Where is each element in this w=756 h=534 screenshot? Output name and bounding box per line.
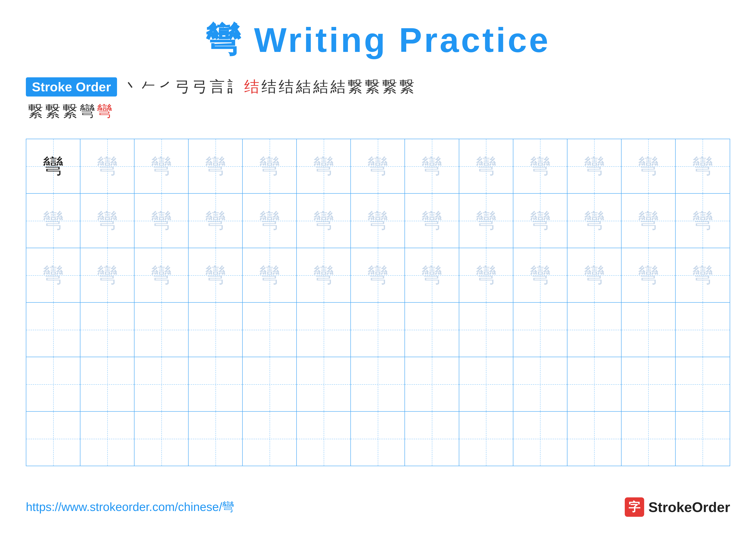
grid-cell-5-3[interactable] — [134, 357, 189, 411]
grid-cell-5-2[interactable] — [80, 357, 134, 411]
grid-cell-1-4[interactable]: 彎 — [189, 139, 243, 193]
grid-cell-4-3[interactable] — [134, 303, 189, 357]
stroke-9: 结 — [261, 77, 277, 97]
practice-char-guide: 彎 — [421, 156, 442, 176]
grid-cell-5-11[interactable] — [567, 357, 622, 411]
title-text: 彎 Writing Practice — [205, 21, 551, 59]
practice-char-guide: 彎 — [43, 265, 63, 285]
grid-cell-4-5[interactable] — [243, 303, 297, 357]
grid-cell-6-1[interactable] — [26, 412, 80, 466]
grid-cell-6-3[interactable] — [134, 412, 189, 466]
practice-char-guide: 彎 — [205, 211, 226, 231]
grid-cell-2-3[interactable]: 彎 — [134, 194, 189, 248]
grid-cell-3-12[interactable]: 彎 — [622, 248, 676, 302]
grid-cell-3-3[interactable]: 彎 — [134, 248, 189, 302]
grid-cell-1-7[interactable]: 彎 — [351, 139, 405, 193]
grid-cell-2-4[interactable]: 彎 — [189, 194, 243, 248]
grid-cell-2-8[interactable]: 彎 — [405, 194, 459, 248]
grid-cell-5-13[interactable] — [676, 357, 730, 411]
grid-cell-3-4[interactable]: 彎 — [189, 248, 243, 302]
practice-grid[interactable]: 彎 彎 彎 彎 彎 彎 彎 彎 彎 彎 彎 彎 彎 彎 彎 彎 彎 彎 彎 彎 … — [26, 139, 730, 466]
grid-cell-3-9[interactable]: 彎 — [459, 248, 513, 302]
grid-cell-2-12[interactable]: 彎 — [622, 194, 676, 248]
grid-cell-5-8[interactable] — [405, 357, 459, 411]
grid-cell-6-7[interactable] — [351, 412, 405, 466]
grid-cell-2-2[interactable]: 彎 — [80, 194, 134, 248]
practice-char-guide: 彎 — [313, 156, 334, 176]
grid-cell-2-13[interactable]: 彎 — [676, 194, 730, 248]
stroke-2: 𠂉 — [141, 78, 156, 95]
grid-cell-4-7[interactable] — [351, 303, 405, 357]
practice-char-guide: 彎 — [692, 265, 713, 285]
grid-cell-6-11[interactable] — [567, 412, 622, 466]
practice-char-guide: 彎 — [421, 265, 442, 285]
grid-cell-5-1[interactable] — [26, 357, 80, 411]
grid-cell-1-8[interactable]: 彎 — [405, 139, 459, 193]
grid-cell-2-1[interactable]: 彎 — [26, 194, 80, 248]
grid-cell-5-5[interactable] — [243, 357, 297, 411]
grid-cell-6-6[interactable] — [297, 412, 351, 466]
practice-char-guide: 彎 — [692, 211, 713, 231]
grid-cell-6-13[interactable] — [676, 412, 730, 466]
stroke-21: 彎 — [80, 101, 95, 121]
grid-row-1: 彎 彎 彎 彎 彎 彎 彎 彎 彎 彎 彎 彎 彎 — [26, 139, 730, 194]
grid-cell-6-2[interactable] — [80, 412, 134, 466]
grid-cell-2-7[interactable]: 彎 — [351, 194, 405, 248]
grid-cell-5-6[interactable] — [297, 357, 351, 411]
grid-cell-4-1[interactable] — [26, 303, 80, 357]
grid-cell-3-6[interactable]: 彎 — [297, 248, 351, 302]
grid-cell-1-9[interactable]: 彎 — [459, 139, 513, 193]
stroke-order-section: Stroke Order 丶 𠂉 ㇒ 弓 弓 言 訁 结 结 结 結 結 結 繋… — [26, 77, 730, 124]
grid-cell-6-10[interactable] — [513, 412, 567, 466]
grid-cell-3-5[interactable]: 彎 — [243, 248, 297, 302]
grid-cell-2-11[interactable]: 彎 — [567, 194, 622, 248]
grid-cell-2-6[interactable]: 彎 — [297, 194, 351, 248]
grid-cell-5-9[interactable] — [459, 357, 513, 411]
grid-cell-6-4[interactable] — [189, 412, 243, 466]
grid-cell-3-11[interactable]: 彎 — [567, 248, 622, 302]
grid-cell-4-2[interactable] — [80, 303, 134, 357]
grid-cell-1-2[interactable]: 彎 — [80, 139, 134, 193]
stroke-5: 弓 — [192, 77, 207, 97]
grid-cell-1-11[interactable]: 彎 — [567, 139, 622, 193]
grid-cell-3-1[interactable]: 彎 — [26, 248, 80, 302]
grid-cell-1-6[interactable]: 彎 — [297, 139, 351, 193]
grid-cell-3-10[interactable]: 彎 — [513, 248, 567, 302]
practice-char-guide: 彎 — [43, 211, 63, 231]
logo-text: StrokeOrder — [648, 499, 730, 515]
grid-cell-4-4[interactable] — [189, 303, 243, 357]
grid-cell-5-4[interactable] — [189, 357, 243, 411]
grid-cell-5-12[interactable] — [622, 357, 676, 411]
grid-cell-1-10[interactable]: 彎 — [513, 139, 567, 193]
grid-cell-4-13[interactable] — [676, 303, 730, 357]
grid-cell-5-10[interactable] — [513, 357, 567, 411]
grid-cell-1-13[interactable]: 彎 — [676, 139, 730, 193]
grid-cell-2-10[interactable]: 彎 — [513, 194, 567, 248]
grid-cell-1-3[interactable]: 彎 — [134, 139, 189, 193]
grid-row-4 — [26, 303, 730, 357]
grid-cell-4-11[interactable] — [567, 303, 622, 357]
grid-cell-1-12[interactable]: 彎 — [622, 139, 676, 193]
grid-cell-1-5[interactable]: 彎 — [243, 139, 297, 193]
logo-icon: 字 — [625, 497, 644, 517]
grid-cell-1-1[interactable]: 彎 — [26, 139, 80, 193]
grid-cell-3-8[interactable]: 彎 — [405, 248, 459, 302]
grid-cell-3-2[interactable]: 彎 — [80, 248, 134, 302]
grid-cell-4-9[interactable] — [459, 303, 513, 357]
grid-cell-6-9[interactable] — [459, 412, 513, 466]
grid-cell-3-13[interactable]: 彎 — [676, 248, 730, 302]
practice-char-guide: 彎 — [584, 156, 605, 176]
grid-cell-4-12[interactable] — [622, 303, 676, 357]
grid-cell-4-10[interactable] — [513, 303, 567, 357]
grid-cell-6-5[interactable] — [243, 412, 297, 466]
grid-cell-5-7[interactable] — [351, 357, 405, 411]
grid-cell-6-8[interactable] — [405, 412, 459, 466]
footer-logo: 字 StrokeOrder — [625, 497, 730, 517]
footer-url[interactable]: https://www.strokeorder.com/chinese/彎 — [26, 499, 234, 515]
grid-cell-2-5[interactable]: 彎 — [243, 194, 297, 248]
grid-cell-4-8[interactable] — [405, 303, 459, 357]
grid-cell-3-7[interactable]: 彎 — [351, 248, 405, 302]
grid-cell-2-9[interactable]: 彎 — [459, 194, 513, 248]
grid-cell-6-12[interactable] — [622, 412, 676, 466]
grid-cell-4-6[interactable] — [297, 303, 351, 357]
